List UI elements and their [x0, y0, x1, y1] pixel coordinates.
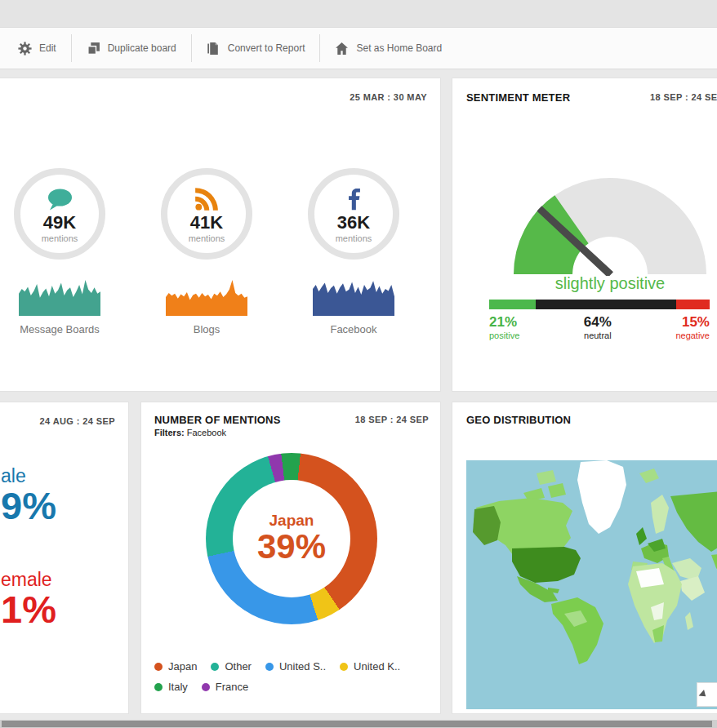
panel-title: SENTIMENT METER: [466, 91, 570, 104]
scrollbar-thumb[interactable]: [2, 721, 712, 727]
convert-to-report-label: Convert to Report: [228, 42, 305, 54]
sentiment-bar-negative: [676, 300, 710, 309]
sparkline-message-boards: [19, 278, 100, 316]
female-label: emale: [1, 570, 56, 589]
legend-label: Japan: [168, 660, 197, 673]
legend-label: United S..: [279, 660, 326, 673]
legend-item-other[interactable]: Other: [211, 660, 252, 673]
source-label: Blogs: [194, 323, 220, 335]
mentions-count: 36K: [337, 213, 370, 233]
rss-icon: [194, 187, 219, 211]
sources-row: 49K mentions Message Boards: [0, 168, 427, 335]
sentiment-stats: 21% positive 64% neutral 15% negative: [489, 314, 710, 340]
map-attribution-glyph: [699, 690, 709, 699]
donut-center: Japan 39%: [206, 453, 377, 624]
filters-value: Facebook: [187, 428, 226, 437]
legend-dot: [211, 663, 219, 671]
legend-item-japan[interactable]: Japan: [154, 660, 197, 673]
sentiment-bar-neutral: [536, 300, 677, 309]
mentions-unit: mentions: [336, 233, 372, 244]
neutral-label: neutral: [584, 331, 612, 341]
report-icon: [207, 42, 220, 55]
negative-label: negative: [675, 331, 710, 341]
neutral-pct: 64%: [584, 314, 612, 331]
panel-title: GEO DISTRIBUTION: [466, 414, 571, 426]
legend-dot: [340, 663, 348, 671]
facebook-icon: [345, 187, 363, 211]
mentions-unit: mentions: [189, 233, 225, 244]
edit-button[interactable]: Edit: [18, 33, 71, 63]
legend-item-france[interactable]: France: [202, 681, 248, 693]
horizontal-scrollbar[interactable]: [0, 720, 717, 728]
donut-chart[interactable]: Japan 39%: [206, 453, 377, 624]
filters-line: Filters: Facebook: [154, 428, 226, 437]
donut-legend: Japan Other United S.. United K..: [154, 660, 435, 701]
legend-item-united-kingdom[interactable]: United K..: [340, 660, 400, 673]
date-range: 18 SEP : 24 SEP: [650, 92, 717, 102]
sentiment-reading: slightly positive: [504, 274, 716, 293]
date-range: 18 SEP : 24 SEP: [355, 415, 429, 424]
mentions-count: 49K: [43, 213, 76, 233]
mentions-unit: mentions: [42, 233, 78, 244]
panel-title: NUMBER OF MENTIONS: [154, 414, 281, 426]
mentions-circle: 36K mentions: [308, 168, 399, 260]
date-range: 24 AUG : 24 SEP: [40, 416, 115, 426]
mentions-overview-panel: 25 MAR : 30 MAY 49K mentions: [0, 78, 441, 392]
mentions-circle: 41K mentions: [161, 168, 252, 260]
sentiment-bar-positive: [489, 300, 536, 309]
dashboard: Edit Duplicate board Convert to Report: [0, 0, 717, 728]
donut-center-value: 39%: [257, 529, 326, 565]
positive-label: positive: [489, 331, 519, 341]
male-stat: ale 9%: [1, 466, 56, 526]
number-of-mentions-panel: NUMBER OF MENTIONS 18 SEP : 24 SEP Filte…: [140, 402, 441, 714]
duplicate-icon: [87, 42, 100, 55]
duplicate-board-label: Duplicate board: [108, 42, 176, 54]
sentiment-bar: [489, 300, 710, 309]
sparkline-facebook: [313, 278, 394, 316]
source-message-boards: 49K mentions Message Boards: [0, 168, 133, 335]
positive-pct: 21%: [489, 314, 519, 331]
source-blogs: 41K mentions Blogs: [133, 168, 280, 335]
world-map-svg: [466, 460, 717, 709]
negative-stat: 15% negative: [675, 314, 710, 340]
toolbar: Edit Duplicate board Convert to Report: [0, 27, 717, 69]
mentions-circle: 49K mentions: [14, 168, 105, 260]
legend-dot: [265, 663, 274, 671]
source-facebook: 36K mentions Facebook: [280, 168, 427, 335]
legend-label: United K..: [354, 660, 400, 673]
legend-dot: [202, 683, 210, 691]
geo-distribution-panel: GEO DISTRIBUTION: [452, 402, 717, 714]
demographics-panel: 24 AUG : 24 SEP ale 9% emale 1%: [0, 402, 129, 714]
legend-item-united-states[interactable]: United S..: [265, 660, 326, 673]
duplicate-board-button[interactable]: Duplicate board: [72, 33, 191, 63]
legend-dot: [154, 683, 163, 691]
mentions-count: 41K: [190, 213, 223, 233]
sentiment-gauge: [504, 171, 716, 276]
world-map[interactable]: [466, 460, 717, 709]
sparkline-blogs: [166, 278, 247, 316]
source-label: Message Boards: [20, 323, 100, 335]
convert-to-report-button[interactable]: Convert to Report: [192, 33, 320, 63]
home-icon: [335, 42, 349, 55]
speech-bubble-icon: [46, 188, 73, 211]
female-stat: emale 1%: [1, 570, 56, 629]
edit-label: Edit: [39, 42, 56, 54]
top-band: [0, 0, 717, 27]
legend-item-italy[interactable]: Italy: [154, 681, 188, 693]
donut-center-label: Japan: [269, 513, 314, 530]
sentiment-meter-panel: SENTIMENT METER 18 SEP : 24 SEP slightly…: [452, 78, 717, 392]
source-label: Facebook: [330, 323, 376, 335]
filters-label: Filters:: [154, 428, 185, 437]
set-home-board-button[interactable]: Set as Home Board: [320, 33, 456, 63]
legend-label: Italy: [168, 681, 188, 693]
neutral-stat: 64% neutral: [584, 314, 612, 340]
map-attribution-box[interactable]: [697, 682, 717, 707]
female-value: 1%: [1, 589, 56, 629]
legend-label: Other: [225, 660, 252, 673]
legend-dot: [154, 663, 163, 671]
positive-stat: 21% positive: [489, 314, 519, 340]
date-range: 25 MAR : 30 MAY: [350, 92, 427, 102]
negative-pct: 15%: [675, 314, 710, 331]
male-label: ale: [1, 466, 56, 486]
set-home-board-label: Set as Home Board: [356, 42, 442, 54]
